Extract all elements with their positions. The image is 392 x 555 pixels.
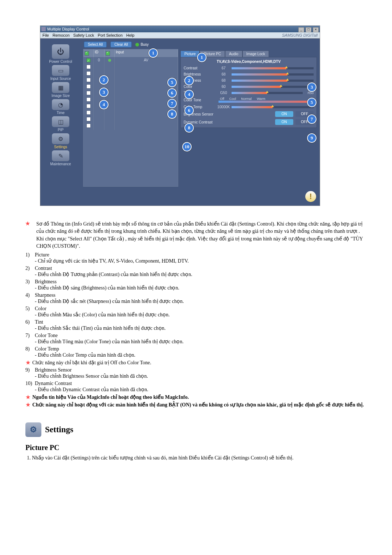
- star-icon: ★: [25, 360, 30, 366]
- header-status-icon: [106, 51, 110, 56]
- clear-all-button[interactable]: Clear All: [110, 41, 132, 48]
- alert-icon: !: [305, 191, 316, 202]
- settings-icon: ⚙: [52, 133, 69, 144]
- item-desc: - Điều chỉnh Độ sáng (Brightness) của mà…: [25, 285, 367, 291]
- table-row[interactable]: [83, 83, 178, 90]
- row-checkbox[interactable]: [86, 65, 91, 69]
- star-icon: ★: [25, 394, 30, 400]
- table-row[interactable]: [83, 103, 178, 109]
- sidebar-item-imagesize[interactable]: ▦ Image Size: [45, 82, 77, 98]
- close-button[interactable]: ×: [313, 27, 319, 32]
- sidebar-item-input[interactable]: ▭ Input Source: [45, 65, 77, 81]
- callout-side-2: 2: [99, 75, 109, 85]
- select-all-button[interactable]: Select All: [84, 41, 107, 48]
- row-checkbox[interactable]: [86, 104, 91, 108]
- menu-remocon[interactable]: Remocon: [53, 33, 70, 37]
- header-checkbox[interactable]: [85, 51, 89, 56]
- item-term: Brightness: [35, 279, 367, 285]
- colortemp-slider[interactable]: [232, 106, 314, 108]
- window-title: Multiple Display Control: [47, 26, 89, 32]
- imagesize-icon: ▦: [52, 82, 69, 93]
- row-checkbox[interactable]: [86, 91, 91, 95]
- row-checkbox[interactable]: [86, 123, 91, 128]
- section-title: Settings: [45, 425, 73, 434]
- menu-safetylock[interactable]: Safety Lock: [73, 33, 94, 37]
- control-slider[interactable]: [232, 86, 314, 88]
- sidebar-item-power[interactable]: ⏻ Power Control: [45, 44, 77, 64]
- minimize-button[interactable]: _: [298, 27, 304, 32]
- tab-image-lock[interactable]: Image Lock: [242, 50, 269, 57]
- control-row: Color60: [183, 84, 314, 90]
- table-row[interactable]: [83, 122, 178, 129]
- callout-panel-10: 10: [182, 142, 192, 151]
- maximize-button[interactable]: □: [306, 27, 311, 32]
- note-onlyon: Chức năng này chỉ hoạt động với các màn …: [32, 402, 364, 408]
- settings-section-icon: ⚙: [25, 422, 41, 437]
- callout-side-4: 4: [99, 100, 109, 109]
- row-checkbox[interactable]: [86, 58, 91, 62]
- callout-panel-6: 6: [184, 106, 194, 115]
- item-number: 4): [25, 292, 35, 298]
- pip-icon: ◫: [52, 116, 69, 127]
- control-value: 67: [217, 66, 230, 70]
- control-slider[interactable]: [232, 80, 314, 82]
- item-desc: - Chỉ sử dụng với các tín hiệu TV, AV, S…: [25, 258, 367, 264]
- item-term: Tint: [35, 319, 367, 325]
- item-number: 3): [25, 279, 35, 285]
- app-screenshot: Multiple Display Control _ □ × File Remo…: [40, 25, 320, 206]
- dyncontrast-on[interactable]: ON: [275, 119, 293, 125]
- bsensor-on[interactable]: ON: [275, 111, 293, 117]
- app-icon: [41, 27, 46, 31]
- maintenance-icon: ✎: [52, 150, 69, 161]
- table-row[interactable]: [83, 96, 178, 103]
- table-row[interactable]: [83, 77, 178, 83]
- note-colortone: Chức năng này chỉ bật khi đặt giá trị Of…: [32, 360, 151, 366]
- table-row[interactable]: [83, 70, 178, 77]
- menu-portselection[interactable]: Port Selection: [98, 33, 122, 37]
- item-number: 2): [25, 266, 35, 271]
- tab-audio[interactable]: Audio: [225, 50, 242, 57]
- item-number: 6): [25, 319, 35, 325]
- control-slider[interactable]: [232, 92, 303, 94]
- item-number: 7): [25, 333, 35, 339]
- colortone-slider[interactable]: [219, 101, 312, 103]
- table-row[interactable]: [83, 90, 178, 96]
- row-checkbox[interactable]: [86, 78, 91, 82]
- sidebar-item-settings[interactable]: ⚙ Settings: [45, 133, 77, 149]
- menu-file[interactable]: File: [42, 33, 49, 37]
- star-icon: ★: [25, 402, 30, 408]
- callout-panel-4: 4: [184, 90, 194, 99]
- control-slider[interactable]: [232, 73, 314, 76]
- note-magicinfo: Nguồn tín hiệu Vào của MagicInfo chỉ hoạ…: [32, 394, 189, 400]
- item-desc: - Điều chỉnh Color Temp của màn hình đã …: [25, 352, 367, 358]
- tab-picture[interactable]: Picture: [180, 50, 200, 57]
- busy-indicator: Busy: [135, 42, 148, 46]
- status-led-icon: [108, 59, 111, 62]
- sidebar-item-time[interactable]: ◔ Time: [45, 99, 77, 115]
- table-row[interactable]: 0AV: [83, 57, 178, 64]
- callout-panel-2: 2: [184, 76, 194, 85]
- sidebar-item-pip[interactable]: ◫ PIP: [45, 116, 77, 132]
- power-icon: ⏻: [52, 44, 69, 59]
- row-checkbox[interactable]: [86, 71, 91, 76]
- row-checkbox[interactable]: [86, 84, 91, 89]
- item-term: Brightness Sensor: [35, 367, 367, 373]
- item-desc: - Điều chỉnh Brightness Sensor của màn h…: [25, 373, 367, 379]
- item-number: 9): [25, 367, 35, 373]
- intro-paragraph: Sơ đồ Thông tin (Info Grid) sẽ trình bày…: [32, 220, 367, 250]
- callout-right-3: 3: [307, 82, 317, 92]
- row-input: [115, 122, 178, 130]
- info-grid: ID Input 0AV: [83, 49, 178, 187]
- sidebar-item-maintenance[interactable]: ✎ Maintenance: [45, 150, 77, 166]
- row-checkbox[interactable]: [86, 110, 91, 115]
- table-row[interactable]: [83, 116, 178, 122]
- row-checkbox[interactable]: [86, 117, 91, 121]
- item-term: Color Temp: [35, 346, 367, 352]
- brand-label: SAMSUNG DIGITall: [282, 33, 318, 37]
- table-row[interactable]: [83, 109, 178, 116]
- menu-help[interactable]: Help: [126, 33, 135, 37]
- callout-panel-1: 1: [197, 53, 207, 62]
- table-row[interactable]: [83, 64, 178, 70]
- row-checkbox[interactable]: [86, 97, 91, 102]
- control-slider[interactable]: [232, 67, 314, 69]
